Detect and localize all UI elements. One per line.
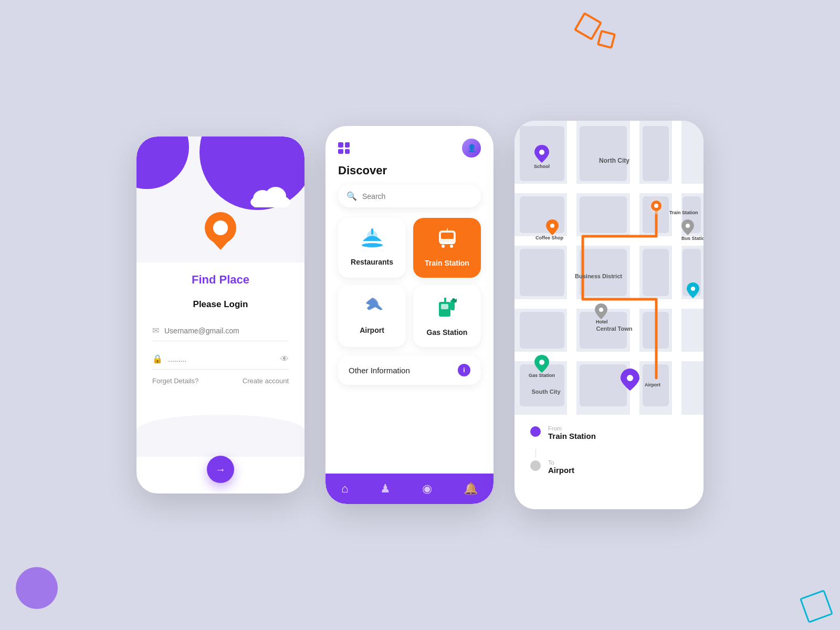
airplane-icon (361, 296, 384, 320)
nav-location-icon[interactable]: ◉ (422, 482, 432, 496)
map-svg: North City Business District Central Tow… (514, 121, 704, 415)
nav-profile-icon[interactable]: ♟ (380, 482, 391, 496)
deco-cyan-square (800, 590, 833, 623)
category-restaurants[interactable]: Restaurants (338, 218, 406, 278)
svg-rect-19 (444, 298, 446, 303)
svg-rect-15 (442, 234, 445, 238)
to-place: Airport (548, 466, 574, 475)
category-airport[interactable]: Airport (338, 285, 406, 347)
svg-point-64 (691, 287, 695, 291)
info-icon: i (463, 366, 465, 374)
route-from: From Train Station (530, 425, 688, 440)
svg-text:Bus Station: Bus Station (681, 236, 704, 241)
svg-text:Train Station: Train Station (669, 210, 698, 215)
forget-details-link[interactable]: Forget Details? (152, 377, 198, 385)
arrow-right-icon: → (215, 464, 226, 476)
from-label: From (548, 425, 596, 432)
from-place: Train Station (548, 432, 596, 440)
search-input[interactable] (362, 192, 472, 201)
svg-text:South City: South City (532, 388, 561, 395)
email-icon: ✉ (152, 326, 159, 335)
svg-rect-8 (371, 228, 373, 235)
svg-text:Business District: Business District (575, 273, 622, 279)
discover-screen: 👤 Discover 🔍 Restaurants (326, 126, 494, 504)
svg-point-12 (442, 245, 445, 248)
svg-rect-18 (441, 304, 448, 309)
svg-point-67 (627, 375, 633, 381)
route-divider (536, 449, 536, 457)
svg-point-6 (362, 243, 383, 247)
create-account-link[interactable]: Create account (243, 377, 289, 385)
gas-pump-icon (437, 296, 458, 322)
route-from-text: From Train Station (548, 425, 596, 440)
svg-point-58 (550, 224, 554, 228)
search-icon: 🔍 (346, 191, 357, 201)
svg-rect-40 (643, 249, 669, 296)
grid-menu-icon[interactable] (338, 142, 350, 154)
nav-home-icon[interactable]: ⌂ (341, 482, 348, 496)
restaurants-icon (362, 228, 383, 251)
svg-point-60 (686, 224, 690, 228)
nav-notification-icon[interactable]: 🔔 (464, 482, 478, 496)
gas-station-label: Gas Station (427, 328, 468, 337)
eye-icon[interactable]: 👁 (280, 354, 289, 364)
svg-marker-5 (210, 238, 231, 250)
airport-label: Airport (360, 326, 384, 334)
svg-text:Gas Station: Gas Station (529, 373, 555, 378)
user-avatar[interactable]: 👤 (462, 139, 481, 158)
login-body: Find Place Please Login ✉ 🔒 👁 Forget Det… (136, 262, 304, 395)
svg-text:Central Town: Central Town (596, 326, 633, 332)
title-find: Find (192, 273, 216, 286)
svg-text:North City: North City (599, 157, 629, 164)
other-information-label: Other Information (349, 366, 410, 375)
category-train-station[interactable]: Train Station (413, 218, 481, 278)
other-information-bar[interactable]: Other Information i (338, 355, 481, 385)
login-button[interactable]: → (207, 456, 234, 483)
svg-point-52 (539, 150, 544, 155)
login-screen: Find Place Please Login ✉ 🔒 👁 Forget Det… (136, 136, 304, 494)
svg-rect-30 (672, 121, 681, 415)
login-links: Forget Details? Create account (152, 377, 289, 385)
lock-icon: 🔒 (152, 354, 163, 364)
map-area[interactable]: North City Business District Central Tow… (514, 121, 704, 415)
svg-point-65 (539, 360, 544, 365)
search-bar[interactable]: 🔍 (338, 185, 481, 207)
svg-point-62 (599, 308, 603, 312)
svg-rect-39 (580, 249, 627, 296)
svg-text:Coffee Shop: Coffee Shop (536, 235, 564, 240)
svg-rect-32 (580, 126, 627, 181)
to-label: To (548, 459, 574, 466)
password-field[interactable]: 🔒 👁 (152, 349, 289, 370)
route-to: To Airport (530, 459, 688, 475)
category-gas-station[interactable]: Gas Station (413, 285, 481, 347)
deco-orange-square-2 (597, 30, 616, 49)
purple-circle-topleft (136, 136, 189, 189)
svg-rect-46 (580, 364, 627, 406)
svg-text:Hotel: Hotel (596, 319, 608, 324)
login-wave (136, 415, 304, 457)
email-field[interactable]: ✉ (152, 320, 289, 341)
discover-title: Discover (326, 164, 494, 185)
password-input[interactable] (168, 355, 275, 363)
svg-rect-16 (449, 234, 453, 238)
svg-rect-42 (520, 312, 564, 349)
deco-purple-circle (16, 567, 58, 609)
svg-text:School: School (534, 164, 550, 169)
train-icon (437, 228, 458, 253)
deco-orange-square (574, 12, 603, 41)
email-input[interactable] (164, 327, 289, 335)
svg-point-2 (265, 187, 286, 206)
restaurants-label: Restaurants (351, 258, 393, 266)
category-grid: Restaurants Train Station (326, 218, 494, 347)
route-to-text: To Airport (548, 459, 574, 475)
discover-header: 👤 (326, 126, 494, 164)
login-top-area (136, 136, 304, 262)
svg-rect-28 (567, 121, 576, 415)
svg-point-4 (213, 220, 228, 235)
please-login-label: Please Login (152, 299, 289, 310)
cloud-icon (247, 184, 294, 209)
svg-text:Airport: Airport (645, 382, 660, 387)
app-title: Find Place (152, 273, 289, 287)
svg-rect-14 (447, 228, 448, 232)
title-place: Place (219, 273, 250, 286)
